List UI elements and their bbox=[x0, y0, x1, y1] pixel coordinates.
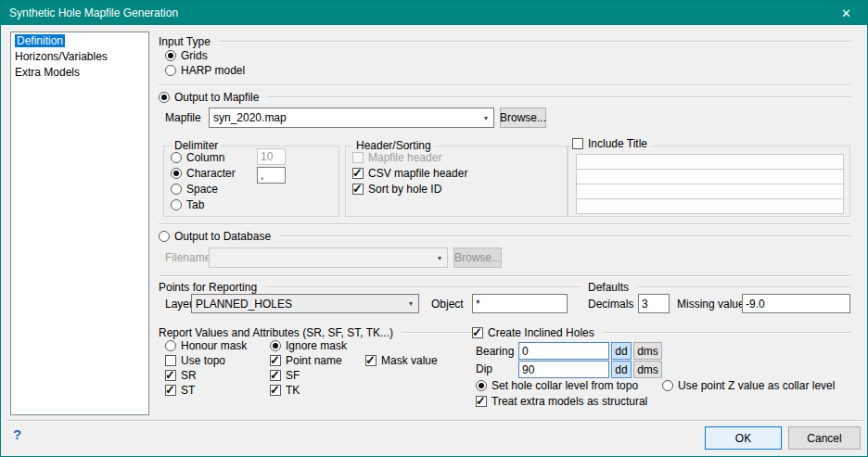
section-divider bbox=[159, 223, 850, 225]
delimiter-groupbox: Delimiter Column Character Space Tab bbox=[163, 146, 339, 217]
collar-from-topo-radio[interactable]: Set hole collar level from topo bbox=[476, 379, 638, 392]
checkbox-icon bbox=[572, 138, 583, 149]
delimiter-space-radio[interactable]: Space bbox=[171, 183, 218, 196]
delimiter-tab-radio[interactable]: Tab bbox=[171, 198, 204, 211]
section-divider bbox=[159, 275, 850, 277]
footer-divider bbox=[6, 420, 863, 422]
tk-checkbox[interactable]: TK bbox=[270, 384, 300, 397]
title-line-2-input bbox=[576, 169, 844, 184]
sidebar-item-extra-models[interactable]: Extra Models bbox=[11, 65, 148, 81]
checkbox-icon bbox=[352, 152, 364, 163]
checkbox-icon bbox=[270, 385, 281, 396]
sr-checkbox[interactable]: SR bbox=[165, 369, 197, 382]
divider bbox=[279, 235, 850, 237]
titlebar[interactable]: Synthetic Hole Mapfile Generation ✕ bbox=[1, 1, 867, 25]
mapfile-header-checkbox-label: Mapfile header bbox=[368, 151, 441, 164]
st-checkbox[interactable]: ST bbox=[165, 384, 195, 397]
grids-radio[interactable]: Grids bbox=[165, 49, 208, 62]
object-input[interactable] bbox=[472, 294, 568, 313]
title-line-4-input bbox=[576, 198, 844, 214]
honour-mask-radio[interactable]: Honour mask bbox=[165, 339, 247, 352]
sort-by-hole-id-checkbox[interactable]: Sort by hole ID bbox=[352, 183, 441, 196]
grids-radio-label: Grids bbox=[181, 49, 208, 62]
sf-checkbox[interactable]: SF bbox=[270, 369, 300, 382]
radio-icon bbox=[476, 380, 487, 391]
radio-icon bbox=[270, 340, 281, 351]
delimiter-character-radio[interactable]: Character bbox=[171, 167, 236, 180]
point-name-label: Point name bbox=[286, 354, 342, 367]
object-label: Object bbox=[431, 298, 464, 311]
delimiter-character-input[interactable] bbox=[257, 167, 286, 184]
column-radio-label: Column bbox=[186, 151, 224, 164]
include-title-checkbox-label: Include Title bbox=[588, 137, 647, 150]
sidebar-item-definition[interactable]: Definition bbox=[11, 33, 148, 49]
checkbox-icon bbox=[352, 184, 364, 195]
missing-value-label: Missing value bbox=[677, 298, 745, 311]
decimals-label: Decimals bbox=[588, 298, 633, 311]
use-topo-checkbox[interactable]: Use topo bbox=[165, 354, 225, 367]
bearing-dd-button[interactable]: dd bbox=[611, 342, 632, 360]
use-topo-label: Use topo bbox=[181, 354, 225, 367]
dip-label: Dip bbox=[476, 362, 492, 376]
chevron-down-icon[interactable]: ▾ bbox=[403, 299, 418, 308]
create-inclined-holes-checkbox[interactable]: Create Inclined Holes bbox=[472, 325, 850, 340]
delimiter-column-radio[interactable]: Column bbox=[171, 151, 224, 164]
help-icon[interactable]: ? bbox=[13, 426, 21, 442]
honour-mask-label: Honour mask bbox=[181, 339, 247, 352]
sf-label: SF bbox=[286, 369, 300, 382]
mask-value-checkbox[interactable]: Mask value bbox=[365, 354, 438, 367]
column-width-input bbox=[257, 148, 286, 165]
treat-extra-models-checkbox[interactable]: Treat extra models as structural bbox=[476, 395, 647, 408]
csv-mapfile-header-checkbox[interactable]: CSV mapfile header bbox=[352, 167, 467, 180]
collar-from-z-radio[interactable]: Use point Z value as collar level bbox=[662, 379, 835, 392]
radio-icon bbox=[165, 65, 176, 76]
database-browse-button: Browse... bbox=[453, 248, 502, 268]
collar-from-topo-label: Set hole collar level from topo bbox=[491, 379, 638, 392]
mapfile-browse-button[interactable]: Browse... bbox=[500, 108, 546, 128]
title-line-1-input bbox=[576, 154, 844, 170]
radio-icon bbox=[171, 199, 182, 210]
dip-dms-button[interactable]: dms bbox=[633, 361, 662, 378]
checkbox-icon bbox=[365, 355, 377, 366]
checkbox-icon bbox=[472, 327, 483, 338]
close-icon[interactable]: ✕ bbox=[825, 1, 867, 25]
tab-radio-label: Tab bbox=[186, 198, 204, 211]
mapfile-combobox[interactable]: syn_2020.map ▾ bbox=[209, 108, 494, 128]
cancel-button[interactable]: Cancel bbox=[788, 426, 861, 450]
mapfile-combobox-value: syn_2020.map bbox=[210, 111, 479, 124]
checkbox-icon bbox=[165, 370, 176, 381]
treat-extra-models-label: Treat extra models as structural bbox=[491, 395, 647, 408]
sidebar-item-horizons-variables[interactable]: Horizons/Variables bbox=[11, 49, 148, 65]
output-to-mapfile-radio[interactable]: Output to Mapfile bbox=[159, 90, 850, 105]
bearing-input[interactable] bbox=[518, 342, 609, 360]
layer-combobox[interactable]: PLANNED_HOLES ▾ bbox=[191, 294, 419, 313]
points-for-reporting-header: Points for Reporting bbox=[159, 280, 581, 295]
harp-radio-label: HARP model bbox=[181, 64, 245, 77]
tk-label: TK bbox=[286, 384, 300, 397]
mask-value-label: Mask value bbox=[381, 354, 438, 367]
output-to-database-radio[interactable]: Output to Database bbox=[159, 229, 850, 244]
report-values-label: Report Values and Attributes (SR, SF, ST… bbox=[159, 326, 393, 339]
point-name-checkbox[interactable]: Point name bbox=[270, 354, 342, 367]
include-title-groupbox: Include Title bbox=[568, 146, 850, 217]
chevron-down-icon[interactable]: ▾ bbox=[479, 114, 493, 122]
title-line-3-input bbox=[576, 184, 844, 199]
output-mapfile-label: Output to Mapfile bbox=[174, 91, 259, 104]
radio-icon bbox=[662, 380, 673, 391]
csv-header-checkbox-label: CSV mapfile header bbox=[368, 167, 467, 180]
harp-model-radio[interactable]: HARP model bbox=[165, 64, 245, 77]
input-type-header: Input Type bbox=[159, 34, 850, 49]
decimals-input[interactable] bbox=[638, 294, 670, 313]
dip-input[interactable] bbox=[518, 361, 609, 378]
ignore-mask-label: Ignore mask bbox=[286, 339, 347, 352]
divider bbox=[637, 286, 850, 288]
ignore-mask-radio[interactable]: Ignore mask bbox=[270, 339, 347, 352]
include-title-checkbox[interactable]: Include Title bbox=[572, 137, 651, 150]
radio-icon bbox=[159, 231, 170, 242]
radio-icon bbox=[171, 152, 182, 163]
dip-dd-button[interactable]: dd bbox=[611, 361, 632, 378]
missing-value-input[interactable] bbox=[742, 294, 850, 313]
ok-button[interactable]: OK bbox=[705, 426, 782, 450]
synthetic-hole-mapfile-dialog: Synthetic Hole Mapfile Generation ✕ Defi… bbox=[0, 0, 868, 457]
bearing-dms-button[interactable]: dms bbox=[633, 342, 662, 360]
